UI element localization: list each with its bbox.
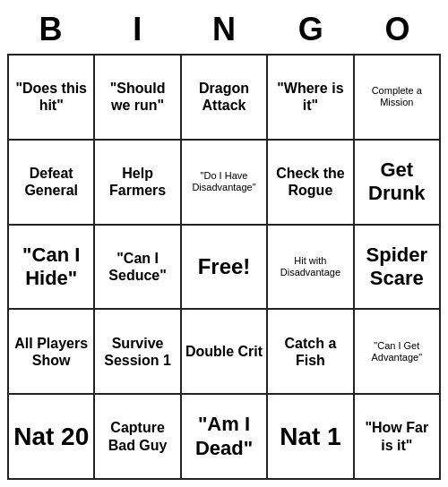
cell-text-14: Spider Scare	[358, 244, 435, 291]
cell-text-5: Defeat General	[13, 165, 90, 199]
cell-text-12: Free!	[198, 254, 251, 280]
cell-text-2: Dragon Attack	[185, 80, 263, 114]
cell-text-4: Complete a Mission	[358, 85, 435, 108]
bingo-grid: "Does this hit""Should we run"Dragon Att…	[7, 54, 441, 480]
bingo-cell-22: "Am I Dead"	[182, 395, 268, 480]
cell-text-19: "Can I Get Advantage"	[358, 340, 435, 363]
cell-text-9: Get Drunk	[358, 158, 435, 206]
bingo-cell-12: Free!	[182, 226, 268, 311]
header-letter-n: N	[186, 11, 262, 48]
cell-text-3: "Where is it"	[271, 80, 349, 114]
bingo-cell-9: Get Drunk	[355, 141, 441, 226]
cell-text-13: Hit with Disadvantage	[271, 255, 349, 278]
cell-text-15: All Players Show	[13, 335, 90, 369]
cell-text-16: Survive Session 1	[99, 335, 176, 369]
cell-text-11: "Can I Seduce"	[99, 250, 176, 284]
bingo-cell-23: Nat 1	[268, 395, 354, 480]
cell-text-22: "Am I Dead"	[185, 413, 263, 460]
cell-text-6: Help Farmers	[99, 165, 176, 199]
cell-text-24: "How Far is it"	[358, 419, 435, 453]
cell-text-18: Catch a Fish	[271, 335, 349, 369]
cell-text-10: "Can I Hide"	[13, 244, 90, 291]
cell-text-21: Capture Bad Guy	[99, 419, 176, 453]
bingo-cell-13: Hit with Disadvantage	[268, 226, 354, 311]
bingo-cell-1: "Should we run"	[95, 56, 181, 141]
bingo-cell-8: Check the Rogue	[268, 141, 354, 226]
bingo-cell-24: "How Far is it"	[355, 395, 441, 480]
bingo-cell-3: "Where is it"	[268, 56, 354, 141]
bingo-cell-2: Dragon Attack	[182, 56, 268, 141]
bingo-cell-6: Help Farmers	[95, 141, 181, 226]
bingo-cell-15: All Players Show	[9, 310, 95, 395]
cell-text-1: "Should we run"	[99, 80, 176, 114]
header-letter-g: G	[273, 11, 349, 48]
bingo-cell-18: Catch a Fish	[268, 310, 354, 395]
bingo-header: BINGO	[7, 7, 441, 54]
bingo-cell-10: "Can I Hide"	[9, 226, 95, 311]
header-letter-b: B	[13, 11, 88, 48]
cell-text-20: Nat 20	[13, 422, 89, 452]
cell-text-23: Nat 1	[280, 422, 340, 452]
bingo-cell-19: "Can I Get Advantage"	[355, 310, 441, 395]
bingo-cell-7: "Do I Have Disadvantage"	[182, 141, 268, 226]
cell-text-17: Double Crit	[185, 343, 263, 360]
bingo-cell-5: Defeat General	[9, 141, 95, 226]
header-letter-i: I	[99, 11, 175, 48]
header-letter-o: O	[360, 11, 435, 48]
cell-text-7: "Do I Have Disadvantage"	[185, 170, 263, 193]
bingo-cell-17: Double Crit	[182, 310, 268, 395]
cell-text-8: Check the Rogue	[271, 165, 349, 199]
bingo-cell-11: "Can I Seduce"	[95, 226, 181, 311]
bingo-cell-20: Nat 20	[9, 395, 95, 480]
bingo-cell-4: Complete a Mission	[355, 56, 441, 141]
bingo-cell-14: Spider Scare	[355, 226, 441, 311]
bingo-cell-16: Survive Session 1	[95, 310, 181, 395]
bingo-cell-21: Capture Bad Guy	[95, 395, 181, 480]
bingo-cell-0: "Does this hit"	[9, 56, 95, 141]
cell-text-0: "Does this hit"	[13, 80, 90, 114]
